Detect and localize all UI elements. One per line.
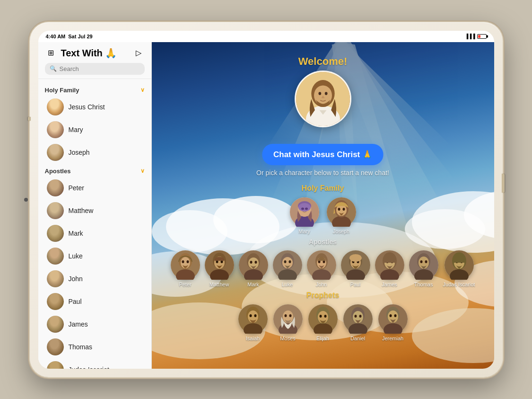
group-header-apostles[interactable]: Apostles ∨	[38, 164, 151, 177]
character-item-joseph[interactable]: Joseph	[327, 197, 356, 234]
avatar-paul	[47, 293, 64, 310]
pick-character-text: Or pick a character below to start a new…	[256, 169, 389, 177]
contact-item-paul[interactable]: Paul	[40, 290, 149, 313]
sidebar-list: Holy Family ∨ Jesus Christ Mary	[38, 79, 151, 369]
search-icon: 🔍	[50, 65, 57, 72]
char-avatar-mary	[290, 197, 319, 227]
svg-point-87	[425, 260, 427, 263]
character-item-mark[interactable]: Mark	[239, 250, 268, 287]
group-name-apostles: Apostles	[45, 168, 71, 175]
char-avatar-paul	[341, 250, 370, 280]
contact-item-judas[interactable]: Judas Iscariot	[40, 358, 149, 369]
sidebar: ⊞ Text With 🙏 ▷ 🔍 Holy Family	[38, 42, 152, 369]
section-title-apostles: Apostles	[161, 238, 485, 246]
character-item-thomas[interactable]: Thomas	[409, 250, 438, 287]
status-bar-left: 4:40 AM Sat Jul 29	[46, 34, 93, 39]
battery-icon	[477, 34, 487, 39]
character-item-matthew[interactable]: Matthew	[205, 250, 234, 287]
sidebar-toggle-icon[interactable]: ⊞	[45, 47, 57, 59]
chevron-apostles[interactable]: ∨	[140, 168, 145, 174]
char-name-mark: Mark	[247, 282, 259, 287]
character-item-prophet4[interactable]: Daniel	[343, 304, 373, 341]
app-content: ⊞ Text With 🙏 ▷ 🔍 Holy Family	[38, 42, 494, 369]
contact-item-thomas[interactable]: Thomas	[40, 336, 149, 358]
svg-point-32	[305, 207, 308, 210]
character-item-prophet1[interactable]: Isaiah	[238, 304, 268, 341]
svg-point-75	[349, 254, 362, 262]
contact-item-mark[interactable]: Mark	[40, 222, 149, 245]
power-button[interactable]	[502, 174, 505, 193]
char-name-luke: Luke	[282, 282, 293, 287]
contact-item-peter[interactable]: Peter	[40, 177, 149, 199]
contact-item-mary[interactable]: Mary	[40, 118, 149, 141]
character-item-prophet5[interactable]: Jeremiah	[378, 304, 408, 341]
contact-item-matthew[interactable]: Matthew	[40, 199, 149, 222]
sidebar-header: ⊞ Text With 🙏 ▷ 🔍	[38, 42, 151, 79]
svg-point-99	[254, 314, 256, 317]
group-header-holy-family[interactable]: Holy Family ∨	[38, 83, 151, 96]
char-avatar-prophet3	[308, 304, 338, 334]
chat-button[interactable]: Chat with Jesus Christ 🙏	[262, 144, 384, 165]
group-name-holy-family: Holy Family	[45, 87, 79, 94]
svg-point-116	[354, 315, 357, 318]
character-item-peter[interactable]: Peter	[171, 250, 200, 287]
svg-point-22	[314, 85, 332, 105]
svg-point-61	[284, 260, 286, 263]
contact-item-jesus[interactable]: Jesus Christ	[40, 96, 149, 118]
char-avatar-john	[307, 250, 336, 280]
apostles-row: Peter	[161, 250, 485, 287]
main-avatar-container[interactable]	[295, 71, 351, 127]
contact-name-peter: Peter	[69, 184, 84, 192]
main-avatar-jesus	[295, 71, 351, 127]
volume-button[interactable]	[28, 117, 31, 121]
search-bar[interactable]: 🔍	[45, 63, 145, 75]
character-item-judas-iscariot[interactable]: Judas Iscariot	[443, 250, 475, 287]
contact-name-joseph: Joseph	[69, 149, 90, 156]
prophets-row: Isaiah	[161, 304, 485, 341]
svg-point-24	[324, 92, 327, 95]
char-avatar-judas-iscariot	[445, 250, 474, 280]
avatar-judas	[47, 361, 64, 369]
svg-point-122	[389, 314, 392, 317]
contact-item-luke[interactable]: Luke	[40, 245, 149, 267]
status-bar: 4:40 AM Sat Jul 29 ▐▐▐	[38, 31, 494, 42]
svg-point-105	[289, 314, 291, 317]
avatar-matthew	[47, 202, 64, 219]
character-item-paul[interactable]: Paul	[341, 250, 370, 287]
char-avatar-thomas	[409, 250, 438, 280]
character-item-james[interactable]: James	[375, 250, 404, 287]
main-content: Welcome!	[152, 42, 494, 369]
avatar-john	[47, 270, 64, 287]
avatar-james	[47, 316, 64, 333]
character-item-prophet3[interactable]: Elijah	[308, 304, 338, 341]
contact-item-john[interactable]: John	[40, 267, 149, 290]
screen: 4:40 AM Sat Jul 29 ▐▐▐ ⊞ Text With 🙏	[38, 31, 494, 369]
avatar-peter	[47, 179, 64, 196]
status-bar-right: ▐▐▐	[465, 34, 486, 39]
character-item-mary[interactable]: Mary	[290, 197, 319, 234]
char-avatar-mark	[239, 250, 268, 280]
contact-item-james[interactable]: James	[40, 313, 149, 336]
svg-point-123	[394, 314, 396, 317]
character-item-prophet2[interactable]: Moses	[273, 304, 303, 341]
char-avatar-prophet5	[378, 304, 408, 334]
char-avatar-james	[375, 250, 404, 280]
app-title-bar: ⊞ Text With 🙏 ▷	[45, 47, 145, 59]
svg-point-62	[288, 260, 291, 263]
svg-point-43	[182, 260, 184, 263]
section-title-prophets: Prophets	[161, 291, 485, 300]
side-sensor	[24, 198, 28, 202]
char-name-paul: Paul	[350, 282, 361, 287]
char-name-mary: Mary	[298, 229, 310, 234]
char-name-prophet5: Jeremiah	[382, 336, 403, 341]
svg-point-111	[324, 315, 326, 318]
character-item-john[interactable]: John	[307, 250, 336, 287]
contact-name-mark: Mark	[69, 230, 83, 237]
char-avatar-joseph	[327, 197, 356, 227]
section-title-holy-family: Holy Family	[161, 184, 485, 193]
chevron-holy-family[interactable]: ∨	[140, 87, 145, 93]
compose-icon[interactable]: ▷	[132, 47, 145, 59]
search-input[interactable]	[60, 65, 140, 72]
character-item-luke[interactable]: Luke	[273, 250, 302, 287]
contact-item-joseph[interactable]: Joseph	[40, 141, 149, 164]
